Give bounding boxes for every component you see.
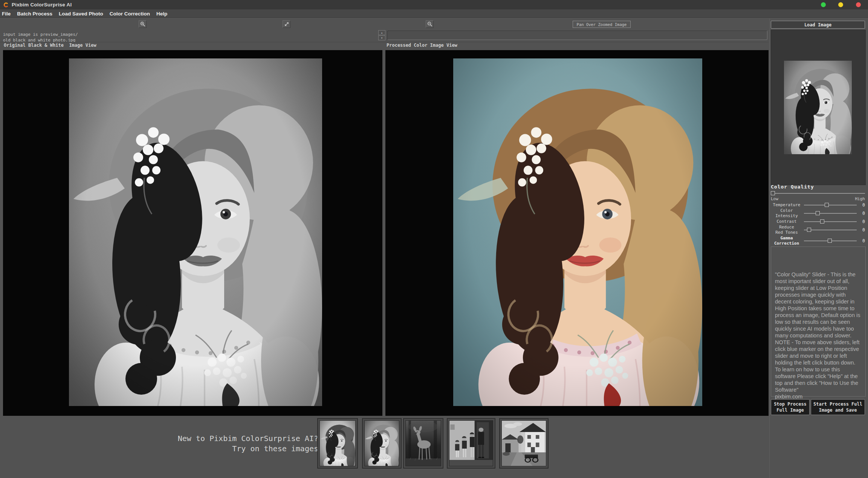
processed-image-view[interactable] xyxy=(385,50,769,416)
slider-help-box: "Color Quality" Slider - This is the mos… xyxy=(771,247,866,397)
slider-help-text: "Color Quality" Slider - This is the mos… xyxy=(775,271,862,400)
adjustment-sliders: Temperature0Color Intensity0Contrast0Red… xyxy=(771,202,865,246)
slider-value: 0 xyxy=(862,227,865,233)
window-control-red-button[interactable] xyxy=(856,2,861,7)
fit-view-button[interactable] xyxy=(283,20,290,28)
menu-item-load-saved-photo[interactable]: Load Saved Photo xyxy=(59,11,103,17)
zoom-in-button[interactable] xyxy=(139,20,147,28)
app-logo-icon xyxy=(3,2,9,8)
color-quality-scale: Low High xyxy=(771,196,865,201)
high-label: High xyxy=(855,196,865,201)
slider-track[interactable] xyxy=(804,241,857,241)
app-title: Pixbim ColorSurprise AI xyxy=(12,2,72,8)
slider-handle[interactable] xyxy=(816,211,820,215)
slider-value: 0 xyxy=(862,238,865,244)
sample-thumbnail-farmhouse[interactable] xyxy=(499,418,549,469)
menu-item-file[interactable]: File xyxy=(2,11,11,17)
path-stepper: ▲ ▼ xyxy=(378,30,385,40)
path-stepper-down-button[interactable]: ▼ xyxy=(378,35,385,40)
slider-handle[interactable] xyxy=(825,203,829,207)
low-label: Low xyxy=(771,196,778,201)
menu-item-batch-process[interactable]: Batch Process xyxy=(17,11,52,17)
zoom-out-icon xyxy=(427,21,432,27)
window-control-green-button[interactable] xyxy=(821,2,826,7)
start-process-button[interactable]: Start Process Full Image and Save xyxy=(811,399,865,415)
preview-thumbnail xyxy=(784,61,852,154)
title-bar: Pixbim ColorSurprise AI xyxy=(0,0,868,9)
window-control-yellow-button[interactable] xyxy=(838,2,843,7)
menu-bar: FileBatch ProcessLoad Saved PhotoColor C… xyxy=(0,9,868,18)
sample-thumbnail-girl-portrait[interactable] xyxy=(362,418,402,469)
slider-handle[interactable] xyxy=(820,219,824,224)
stop-process-button[interactable]: Stop Process Full Image xyxy=(771,399,810,415)
slider-label: Temperature xyxy=(771,202,802,208)
header-divider xyxy=(0,42,769,42)
processed-photo xyxy=(453,58,702,406)
slider-track[interactable] xyxy=(804,221,857,222)
app-window: Pixbim ColorSurprise AI FileBatch Proces… xyxy=(0,0,868,478)
footer-prompt: New to Pixbim ColorSurprise AI? Try on t… xyxy=(151,434,318,455)
slider-row-reduce-red-tones: Reduce Red Tones0 xyxy=(771,224,865,235)
toolbar-divider xyxy=(0,18,868,18)
fit-view-icon xyxy=(284,21,289,27)
farmhouse-photo xyxy=(501,420,546,466)
slider-row-temperature: Temperature0 xyxy=(771,202,865,208)
slider-handle[interactable] xyxy=(807,228,811,232)
slider-label: Color Intensity xyxy=(771,208,802,219)
preview-thumbnail-panel xyxy=(771,30,866,185)
slider-label: Reduce Red Tones xyxy=(771,224,802,235)
input-status-text: input image is preview_images/ old black… xyxy=(3,32,372,42)
original-photo xyxy=(69,58,322,406)
sample-thumbnail-vintage-woman-portrait[interactable] xyxy=(317,418,358,469)
path-input[interactable] xyxy=(387,31,767,40)
sample-thumbnail-deer[interactable] xyxy=(403,418,443,469)
slider-track[interactable] xyxy=(804,213,857,214)
sidebar-divider xyxy=(769,18,770,478)
color-quality-slider-track[interactable] xyxy=(771,193,865,194)
family-in-doorway-photo xyxy=(449,420,493,466)
original-image-view[interactable] xyxy=(3,50,382,416)
slider-value: 0 xyxy=(862,219,865,224)
slider-track[interactable] xyxy=(804,205,857,205)
zoom-out-button[interactable] xyxy=(426,20,434,28)
slider-handle[interactable] xyxy=(828,239,832,243)
color-quality-title: Color Quality xyxy=(771,184,814,190)
left-panel-header: Original Black & White Image View xyxy=(4,43,96,50)
menu-item-color-correction[interactable]: Color Correction xyxy=(110,11,150,17)
zoom-in-icon xyxy=(140,21,145,27)
slider-value: 0 xyxy=(862,202,865,208)
vintage-woman-portrait-photo xyxy=(319,420,356,466)
slider-label: Gamma Correction xyxy=(771,235,802,246)
deer-photo xyxy=(405,420,441,466)
girl-portrait-photo xyxy=(364,420,399,466)
slider-row-color-intensity: Color Intensity0 xyxy=(771,208,865,219)
path-stepper-up-button[interactable]: ▲ xyxy=(378,30,385,35)
pan-over-zoomed-image-button[interactable]: Pan Over Zoomed Image xyxy=(573,21,631,28)
color-quality-slider-handle[interactable] xyxy=(771,191,775,195)
menu-item-help[interactable]: Help xyxy=(156,11,167,17)
slider-row-contrast: Contrast0 xyxy=(771,219,865,224)
load-image-button[interactable]: Load Image xyxy=(771,21,865,29)
slider-value: 0 xyxy=(862,211,865,216)
slider-row-gamma-correction: Gamma Correction0 xyxy=(771,235,865,246)
right-panel-header: Processed Color Image View xyxy=(387,43,457,50)
slider-track[interactable] xyxy=(804,230,857,230)
sample-thumbnail-family-in-doorway[interactable] xyxy=(447,418,495,469)
slider-label: Contrast xyxy=(771,219,802,224)
color-quality-slider[interactable] xyxy=(771,191,865,196)
